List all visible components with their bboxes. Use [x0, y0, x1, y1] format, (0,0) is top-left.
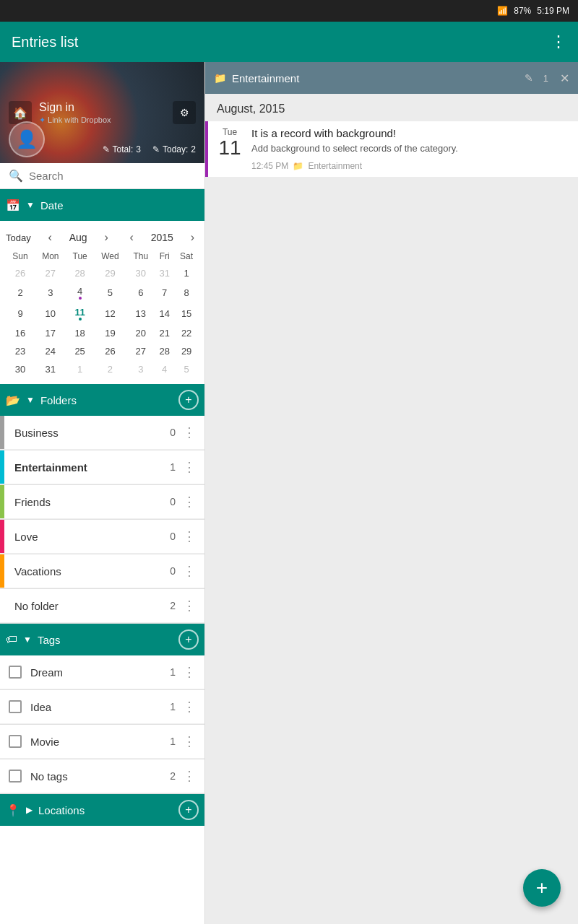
calendar-day[interactable]: 1 [174, 264, 199, 282]
calendar-day[interactable]: 12 [94, 303, 127, 324]
calendar-day[interactable]: 19 [94, 324, 127, 342]
more-options-button[interactable]: ⋮ [551, 32, 566, 51]
next-month-button[interactable]: › [100, 230, 112, 245]
calendar-day[interactable]: 9 [6, 303, 35, 324]
calendar-day[interactable]: 10 [35, 303, 66, 324]
calendar-day[interactable]: 3 [126, 360, 155, 378]
calendar-day[interactable]: 7 [155, 282, 174, 303]
folder-menu-icon[interactable]: ⋮ [183, 528, 196, 544]
calendar-day[interactable]: 31 [155, 264, 174, 282]
sign-in-text[interactable]: Sign in [39, 101, 165, 114]
calendar-day[interactable]: 28 [155, 342, 174, 360]
search-bar: 🔍 [0, 163, 204, 189]
avatar[interactable]: 👤 [9, 121, 45, 157]
calendar-day[interactable]: 28 [66, 264, 94, 282]
calendar-day[interactable]: 26 [94, 342, 127, 360]
add-folder-button[interactable]: + [178, 390, 199, 410]
entry-meta: 12:45 PM 📁 Entertainment [251, 161, 569, 171]
folder-menu-icon[interactable]: ⋮ [183, 459, 196, 475]
calendar-day[interactable]: 2 [6, 282, 35, 303]
folder-color-bar [0, 450, 4, 484]
weekday-wed: Wed [94, 248, 127, 264]
next-year-button[interactable]: › [186, 230, 199, 245]
calendar-day[interactable]: 27 [126, 342, 155, 360]
folder-item[interactable]: Friends0⋮ [0, 485, 204, 519]
calendar-day[interactable]: 30 [126, 264, 155, 282]
calendar-day[interactable]: 24 [35, 342, 66, 360]
folder-item[interactable]: Entertainment1⋮ [0, 450, 204, 484]
today-stat: ✎ Today: 2 [152, 144, 196, 154]
tag-count: 2 [170, 770, 176, 782]
calendar-day[interactable]: 5 [94, 282, 127, 303]
folder-item[interactable]: Vacations0⋮ [0, 554, 204, 588]
calendar-day[interactable]: 17 [35, 324, 66, 342]
prev-month-button[interactable]: ‹ [44, 230, 56, 245]
calendar-day[interactable]: 27 [35, 264, 66, 282]
folder-item[interactable]: No folder2⋮ [0, 589, 204, 623]
calendar-day[interactable]: 4 [66, 282, 94, 303]
calendar-day[interactable]: 6 [126, 282, 155, 303]
tag-checkbox[interactable] [9, 666, 22, 679]
calendar-day[interactable]: 23 [6, 342, 35, 360]
weekday-mon: Mon [35, 248, 66, 264]
calendar-day[interactable]: 31 [35, 360, 66, 378]
calendar-day[interactable]: 16 [6, 324, 35, 342]
tag-menu-icon[interactable]: ⋮ [183, 699, 196, 715]
calendar-day[interactable]: 25 [66, 342, 94, 360]
tag-checkbox[interactable] [9, 700, 22, 713]
calendar-day[interactable]: 15 [174, 303, 199, 324]
tag-checkbox[interactable] [9, 770, 22, 783]
battery-status: 87% [514, 6, 531, 16]
user-header: 🏠 Sign in ✦ Link with Dropbox ⚙ 👤 ✎ Tota… [0, 62, 204, 163]
calendar-day[interactable]: 30 [6, 360, 35, 378]
folder-item[interactable]: Business0⋮ [0, 416, 204, 450]
search-input[interactable] [29, 170, 196, 182]
calendar-day[interactable]: 29 [94, 264, 127, 282]
folder-menu-icon[interactable]: ⋮ [183, 424, 196, 440]
calendar-day[interactable]: 26 [6, 264, 35, 282]
calendar-day[interactable]: 5 [174, 360, 199, 378]
entry-close-button[interactable]: ✕ [560, 71, 569, 85]
calendar-day[interactable]: 8 [174, 282, 199, 303]
fab-button[interactable]: + [523, 869, 561, 907]
calendar-nav: Today ‹ Aug › ‹ 2015 › [6, 227, 199, 248]
tag-checkbox[interactable] [9, 735, 22, 748]
add-location-button[interactable]: + [178, 800, 199, 820]
tag-menu-icon[interactable]: ⋮ [183, 768, 196, 784]
folder-item[interactable]: Love0⋮ [0, 520, 204, 554]
folders-arrow-icon[interactable]: ▼ [26, 395, 35, 405]
calendar-day[interactable]: 1 [66, 360, 94, 378]
entry-edit-icon[interactable]: ✎ [525, 72, 533, 84]
prev-year-button[interactable]: ‹ [126, 230, 138, 245]
tag-item[interactable]: Idea1⋮ [0, 690, 204, 724]
calendar-week-5: 303112345 [6, 360, 199, 378]
calendar-day[interactable]: 21 [155, 324, 174, 342]
calendar-day[interactable]: 2 [94, 360, 127, 378]
locations-arrow-icon[interactable]: ▶ [26, 805, 33, 815]
calendar-day[interactable]: 14 [155, 303, 174, 324]
calendar-day[interactable]: 18 [66, 324, 94, 342]
calendar-day[interactable]: 3 [35, 282, 66, 303]
today-button[interactable]: Today [6, 232, 31, 243]
folder-menu-icon[interactable]: ⋮ [183, 598, 196, 614]
tag-item[interactable]: Movie1⋮ [0, 725, 204, 759]
tag-item[interactable]: No tags2⋮ [0, 759, 204, 793]
folder-name: Business [14, 427, 170, 439]
folder-menu-icon[interactable]: ⋮ [183, 494, 196, 510]
calendar-day[interactable]: 22 [174, 324, 199, 342]
calendar-day[interactable]: 11 [66, 303, 94, 324]
entry-content[interactable]: Tue 11 It is a record with background! A… [208, 121, 578, 177]
calendar-day[interactable]: 4 [155, 360, 174, 378]
tag-item[interactable]: Dream1⋮ [0, 655, 204, 689]
tag-menu-icon[interactable]: ⋮ [183, 733, 196, 749]
add-tag-button[interactable]: + [178, 629, 199, 650]
total-stat: ✎ Total: 3 [103, 144, 141, 154]
calendar-day[interactable]: 29 [174, 342, 199, 360]
tag-menu-icon[interactable]: ⋮ [183, 664, 196, 680]
calendar-day[interactable]: 13 [126, 303, 155, 324]
calendar-day[interactable]: 20 [126, 324, 155, 342]
date-arrow-icon[interactable]: ▼ [26, 200, 35, 210]
folder-menu-icon[interactable]: ⋮ [183, 563, 196, 579]
calendar-week-0: 2627282930311 [6, 264, 199, 282]
tags-arrow-icon[interactable]: ▼ [23, 635, 32, 645]
